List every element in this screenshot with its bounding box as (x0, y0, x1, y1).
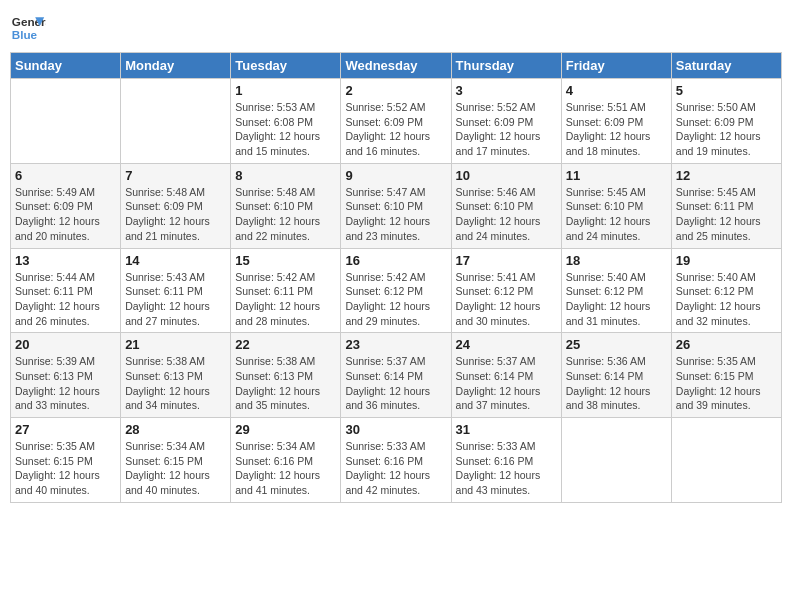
day-info: Sunrise: 5:49 AMSunset: 6:09 PMDaylight:… (15, 185, 116, 244)
day-number: 18 (566, 253, 667, 268)
day-info: Sunrise: 5:35 AMSunset: 6:15 PMDaylight:… (676, 354, 777, 413)
day-info: Sunrise: 5:42 AMSunset: 6:12 PMDaylight:… (345, 270, 446, 329)
day-number: 4 (566, 83, 667, 98)
week-row-1: 1Sunrise: 5:53 AMSunset: 6:08 PMDaylight… (11, 79, 782, 164)
calendar-table: SundayMondayTuesdayWednesdayThursdayFrid… (10, 52, 782, 503)
calendar-cell: 1Sunrise: 5:53 AMSunset: 6:08 PMDaylight… (231, 79, 341, 164)
header-thursday: Thursday (451, 53, 561, 79)
calendar-cell: 8Sunrise: 5:48 AMSunset: 6:10 PMDaylight… (231, 163, 341, 248)
calendar-cell: 25Sunrise: 5:36 AMSunset: 6:14 PMDayligh… (561, 333, 671, 418)
day-number: 16 (345, 253, 446, 268)
day-number: 25 (566, 337, 667, 352)
calendar-cell: 9Sunrise: 5:47 AMSunset: 6:10 PMDaylight… (341, 163, 451, 248)
calendar-cell: 15Sunrise: 5:42 AMSunset: 6:11 PMDayligh… (231, 248, 341, 333)
day-number: 24 (456, 337, 557, 352)
day-info: Sunrise: 5:46 AMSunset: 6:10 PMDaylight:… (456, 185, 557, 244)
day-info: Sunrise: 5:53 AMSunset: 6:08 PMDaylight:… (235, 100, 336, 159)
day-number: 9 (345, 168, 446, 183)
calendar-cell: 2Sunrise: 5:52 AMSunset: 6:09 PMDaylight… (341, 79, 451, 164)
day-info: Sunrise: 5:35 AMSunset: 6:15 PMDaylight:… (15, 439, 116, 498)
day-info: Sunrise: 5:51 AMSunset: 6:09 PMDaylight:… (566, 100, 667, 159)
day-number: 1 (235, 83, 336, 98)
header-sunday: Sunday (11, 53, 121, 79)
day-info: Sunrise: 5:45 AMSunset: 6:11 PMDaylight:… (676, 185, 777, 244)
logo-icon: General Blue (10, 10, 46, 46)
calendar-header: SundayMondayTuesdayWednesdayThursdayFrid… (11, 53, 782, 79)
calendar-cell (11, 79, 121, 164)
calendar-cell: 7Sunrise: 5:48 AMSunset: 6:09 PMDaylight… (121, 163, 231, 248)
day-info: Sunrise: 5:34 AMSunset: 6:16 PMDaylight:… (235, 439, 336, 498)
calendar-body: 1Sunrise: 5:53 AMSunset: 6:08 PMDaylight… (11, 79, 782, 503)
calendar-cell (561, 418, 671, 503)
day-number: 26 (676, 337, 777, 352)
calendar-cell (671, 418, 781, 503)
day-number: 10 (456, 168, 557, 183)
calendar-cell: 22Sunrise: 5:38 AMSunset: 6:13 PMDayligh… (231, 333, 341, 418)
day-info: Sunrise: 5:37 AMSunset: 6:14 PMDaylight:… (456, 354, 557, 413)
day-number: 11 (566, 168, 667, 183)
day-info: Sunrise: 5:48 AMSunset: 6:09 PMDaylight:… (125, 185, 226, 244)
day-info: Sunrise: 5:44 AMSunset: 6:11 PMDaylight:… (15, 270, 116, 329)
calendar-cell: 10Sunrise: 5:46 AMSunset: 6:10 PMDayligh… (451, 163, 561, 248)
day-number: 21 (125, 337, 226, 352)
day-number: 2 (345, 83, 446, 98)
day-number: 27 (15, 422, 116, 437)
calendar-cell: 19Sunrise: 5:40 AMSunset: 6:12 PMDayligh… (671, 248, 781, 333)
day-info: Sunrise: 5:40 AMSunset: 6:12 PMDaylight:… (566, 270, 667, 329)
day-number: 17 (456, 253, 557, 268)
week-row-4: 20Sunrise: 5:39 AMSunset: 6:13 PMDayligh… (11, 333, 782, 418)
calendar-cell: 14Sunrise: 5:43 AMSunset: 6:11 PMDayligh… (121, 248, 231, 333)
calendar-cell: 5Sunrise: 5:50 AMSunset: 6:09 PMDaylight… (671, 79, 781, 164)
calendar-cell: 11Sunrise: 5:45 AMSunset: 6:10 PMDayligh… (561, 163, 671, 248)
header-monday: Monday (121, 53, 231, 79)
calendar-cell: 24Sunrise: 5:37 AMSunset: 6:14 PMDayligh… (451, 333, 561, 418)
calendar-cell: 18Sunrise: 5:40 AMSunset: 6:12 PMDayligh… (561, 248, 671, 333)
day-info: Sunrise: 5:33 AMSunset: 6:16 PMDaylight:… (345, 439, 446, 498)
day-info: Sunrise: 5:50 AMSunset: 6:09 PMDaylight:… (676, 100, 777, 159)
calendar-cell: 30Sunrise: 5:33 AMSunset: 6:16 PMDayligh… (341, 418, 451, 503)
calendar-cell: 23Sunrise: 5:37 AMSunset: 6:14 PMDayligh… (341, 333, 451, 418)
calendar-cell: 29Sunrise: 5:34 AMSunset: 6:16 PMDayligh… (231, 418, 341, 503)
header-tuesday: Tuesday (231, 53, 341, 79)
header-friday: Friday (561, 53, 671, 79)
calendar-cell: 31Sunrise: 5:33 AMSunset: 6:16 PMDayligh… (451, 418, 561, 503)
day-info: Sunrise: 5:47 AMSunset: 6:10 PMDaylight:… (345, 185, 446, 244)
header-saturday: Saturday (671, 53, 781, 79)
day-number: 3 (456, 83, 557, 98)
header-row: SundayMondayTuesdayWednesdayThursdayFrid… (11, 53, 782, 79)
day-info: Sunrise: 5:42 AMSunset: 6:11 PMDaylight:… (235, 270, 336, 329)
day-number: 28 (125, 422, 226, 437)
logo: General Blue (10, 10, 46, 46)
day-info: Sunrise: 5:48 AMSunset: 6:10 PMDaylight:… (235, 185, 336, 244)
day-info: Sunrise: 5:36 AMSunset: 6:14 PMDaylight:… (566, 354, 667, 413)
calendar-cell: 20Sunrise: 5:39 AMSunset: 6:13 PMDayligh… (11, 333, 121, 418)
calendar-cell: 6Sunrise: 5:49 AMSunset: 6:09 PMDaylight… (11, 163, 121, 248)
day-number: 29 (235, 422, 336, 437)
day-info: Sunrise: 5:38 AMSunset: 6:13 PMDaylight:… (125, 354, 226, 413)
calendar-cell: 28Sunrise: 5:34 AMSunset: 6:15 PMDayligh… (121, 418, 231, 503)
day-number: 8 (235, 168, 336, 183)
calendar-cell: 21Sunrise: 5:38 AMSunset: 6:13 PMDayligh… (121, 333, 231, 418)
calendar-cell: 17Sunrise: 5:41 AMSunset: 6:12 PMDayligh… (451, 248, 561, 333)
week-row-3: 13Sunrise: 5:44 AMSunset: 6:11 PMDayligh… (11, 248, 782, 333)
day-number: 6 (15, 168, 116, 183)
day-number: 19 (676, 253, 777, 268)
day-number: 22 (235, 337, 336, 352)
day-info: Sunrise: 5:39 AMSunset: 6:13 PMDaylight:… (15, 354, 116, 413)
day-number: 30 (345, 422, 446, 437)
calendar-cell (121, 79, 231, 164)
day-info: Sunrise: 5:52 AMSunset: 6:09 PMDaylight:… (345, 100, 446, 159)
day-number: 14 (125, 253, 226, 268)
day-info: Sunrise: 5:34 AMSunset: 6:15 PMDaylight:… (125, 439, 226, 498)
day-number: 13 (15, 253, 116, 268)
day-info: Sunrise: 5:37 AMSunset: 6:14 PMDaylight:… (345, 354, 446, 413)
svg-text:Blue: Blue (12, 28, 38, 41)
header-wednesday: Wednesday (341, 53, 451, 79)
calendar-cell: 13Sunrise: 5:44 AMSunset: 6:11 PMDayligh… (11, 248, 121, 333)
calendar-cell: 4Sunrise: 5:51 AMSunset: 6:09 PMDaylight… (561, 79, 671, 164)
day-number: 12 (676, 168, 777, 183)
calendar-cell: 16Sunrise: 5:42 AMSunset: 6:12 PMDayligh… (341, 248, 451, 333)
day-info: Sunrise: 5:38 AMSunset: 6:13 PMDaylight:… (235, 354, 336, 413)
day-number: 15 (235, 253, 336, 268)
week-row-5: 27Sunrise: 5:35 AMSunset: 6:15 PMDayligh… (11, 418, 782, 503)
